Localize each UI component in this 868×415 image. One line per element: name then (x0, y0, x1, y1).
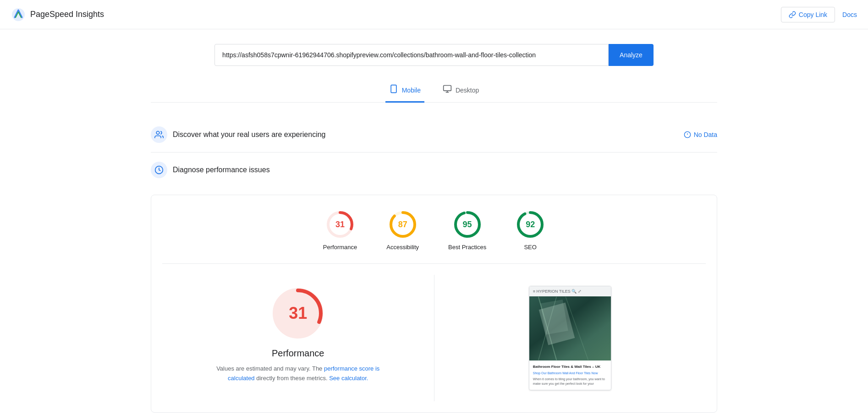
best-practices-label: Best Practices (448, 244, 486, 251)
url-input[interactable] (222, 51, 601, 59)
svg-rect-26 (540, 300, 568, 335)
real-users-section: Discover what your real users are experi… (151, 117, 717, 153)
copy-link-label: Copy Link (799, 11, 827, 18)
accessibility-label: Accessibility (386, 244, 419, 251)
score-item-performance[interactable]: 31 Performance (323, 210, 357, 251)
score-item-accessibility[interactable]: 87 Accessibility (386, 210, 419, 251)
performance-note: Values are estimated and may vary. The p… (206, 364, 390, 383)
perf-note-part2: directly from these metrics. (255, 375, 330, 382)
performance-detail-title: Performance (272, 348, 324, 359)
screenshot-text: Bathroom Floor Tiles & Wall Tiles – UK S… (529, 360, 611, 390)
large-performance-circle: 31 (270, 286, 325, 341)
no-data-badge[interactable]: No Data (684, 131, 717, 138)
analyze-button[interactable]: Analyze (609, 44, 654, 66)
accessibility-circle: 87 (388, 210, 418, 239)
url-bar-section: Analyze (151, 44, 717, 66)
seo-score-value: 92 (526, 220, 535, 229)
docs-link[interactable]: Docs (842, 11, 857, 18)
desktop-icon (443, 84, 452, 96)
header-right: Copy Link Docs (781, 7, 857, 22)
performance-score-value: 31 (335, 220, 345, 229)
score-panel: 31 Performance 87 Accessibility (151, 195, 717, 413)
tab-desktop[interactable]: Desktop (439, 79, 483, 103)
screenshot-subtitle: Shop Our Bathroom Wall And Floor Tiles N… (533, 371, 607, 376)
performance-circle: 31 (325, 210, 355, 239)
performance-label: Performance (323, 244, 357, 251)
main-content: Analyze Mobile Desktop (140, 29, 728, 415)
tab-desktop-label: Desktop (456, 87, 479, 94)
header-left: PageSpeed Insights (11, 7, 104, 22)
diagnose-icon (154, 165, 164, 175)
real-users-title: Discover what your real users are experi… (173, 131, 678, 139)
diagnose-title: Diagnose performance issues (173, 166, 717, 174)
tab-mobile-label: Mobile (402, 87, 421, 94)
screenshot-toolbar: ≡ HYPERION TILES 🔍 ⤢ (529, 286, 611, 296)
tab-mobile[interactable]: Mobile (385, 79, 424, 103)
users-icon (154, 130, 164, 139)
url-input-wrapper (214, 44, 609, 66)
screenshot-toolbar-text: ≡ HYPERION TILES 🔍 ⤢ (533, 289, 582, 294)
accessibility-score-value: 87 (398, 220, 407, 229)
perf-note-part1: Values are estimated and may vary. The (216, 365, 324, 372)
no-data-label: No Data (694, 131, 717, 138)
screenshot-body: When it comes to tiling your bathroom, y… (533, 377, 607, 386)
screenshot-title: Bathroom Floor Tiles & Wall Tiles – UK (533, 364, 607, 369)
screenshot-card: ≡ HYPERION TILES 🔍 ⤢ (529, 286, 611, 390)
performance-detail: 31 Performance Values are estimated and … (162, 275, 434, 401)
bottom-section: 31 Performance Values are estimated and … (162, 275, 706, 401)
screenshot-visual (529, 296, 611, 360)
screenshot-section: ≡ HYPERION TILES 🔍 ⤢ (434, 275, 706, 401)
tabs-section: Mobile Desktop (151, 79, 717, 103)
scores-row: 31 Performance 87 Accessibility (162, 210, 706, 264)
svg-point-6 (156, 131, 159, 135)
app-title: PageSpeed Insights (30, 10, 104, 19)
best-practices-score-value: 95 (463, 220, 472, 229)
best-practices-circle: 95 (453, 210, 482, 239)
large-score-value: 31 (289, 304, 307, 323)
seo-label: SEO (524, 244, 536, 251)
screenshot-image (529, 296, 611, 360)
diagnose-icon-circle (151, 162, 167, 178)
pagespeed-logo (11, 7, 26, 22)
score-item-seo[interactable]: 92 SEO (516, 210, 545, 251)
score-item-best-practices[interactable]: 95 Best Practices (448, 210, 486, 251)
real-users-icon-circle (151, 126, 167, 143)
seo-circle: 92 (516, 210, 545, 239)
svg-rect-3 (444, 86, 451, 91)
diagnose-section: Diagnose performance issues (151, 153, 717, 187)
mobile-icon (389, 84, 398, 96)
header: PageSpeed Insights Copy Link Docs (0, 0, 868, 29)
info-icon (684, 131, 691, 138)
copy-link-button[interactable]: Copy Link (781, 7, 835, 22)
link-icon (789, 11, 796, 18)
see-calculator-link[interactable]: See calculator. (329, 375, 368, 382)
